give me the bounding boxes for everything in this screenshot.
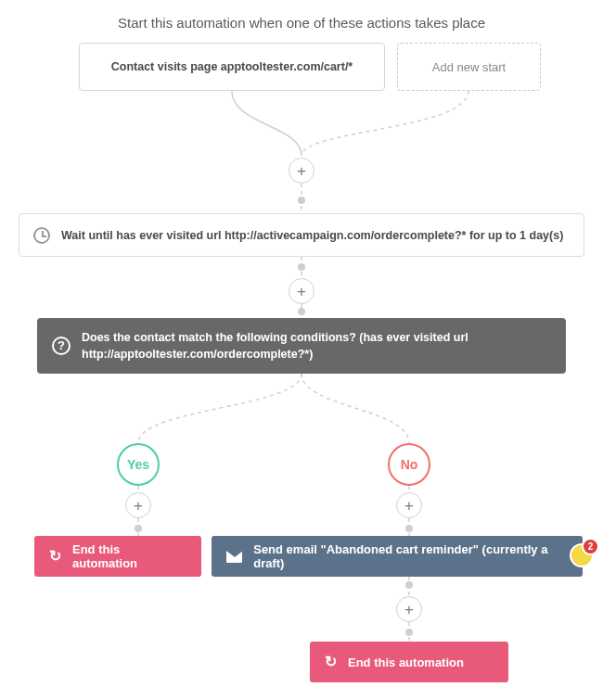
add-new-start-label: Add new start (432, 60, 507, 74)
branch-yes[interactable]: Yes (117, 443, 160, 486)
condition-text: Does the contact match the following con… (82, 329, 551, 363)
connector-dot (405, 629, 413, 636)
add-new-start-button[interactable]: Add new start (397, 43, 541, 91)
send-email-label: Send email "Abandoned cart reminder" (cu… (253, 542, 568, 570)
end-automation-yes[interactable]: ↻ End this automation (34, 536, 201, 577)
add-step-button[interactable]: + (289, 158, 314, 184)
page-title: Start this automation when one of these … (0, 15, 603, 31)
add-step-button[interactable]: + (396, 596, 422, 622)
note-badge[interactable] (571, 545, 592, 566)
end-automation-label: End this automation (348, 655, 464, 669)
connector-dot (405, 525, 413, 532)
no-label: No (401, 457, 418, 472)
condition-node[interactable]: ? Does the contact match the following c… (37, 318, 566, 374)
add-step-button[interactable]: + (125, 492, 151, 518)
end-automation-label: End this automation (72, 542, 186, 570)
send-email-node[interactable]: Send email "Abandoned cart reminder" (cu… (212, 536, 583, 577)
connector-dot (298, 263, 305, 271)
connector-dot (405, 581, 413, 589)
connector-dot (298, 197, 305, 204)
add-step-button[interactable]: + (396, 492, 422, 518)
branch-no[interactable]: No (388, 443, 430, 486)
wait-text: Wait until has ever visited url http://a… (61, 229, 563, 242)
sync-icon: ↻ (49, 549, 61, 564)
mail-icon (226, 551, 242, 563)
wait-node[interactable]: Wait until has ever visited url http://a… (19, 213, 584, 257)
connector-dot (298, 308, 305, 315)
sync-icon: ↻ (325, 655, 337, 669)
end-automation-no[interactable]: ↻ End this automation (310, 642, 508, 682)
yes-label: Yes (127, 457, 149, 472)
question-icon: ? (52, 337, 71, 355)
connector-dot (135, 525, 142, 532)
start-trigger-node[interactable]: Contact visits page apptooltester.com/ca… (79, 43, 385, 91)
start-trigger-label: Contact visits page apptooltester.com/ca… (111, 60, 353, 73)
clock-icon (33, 227, 50, 244)
add-step-button[interactable]: + (289, 278, 314, 304)
